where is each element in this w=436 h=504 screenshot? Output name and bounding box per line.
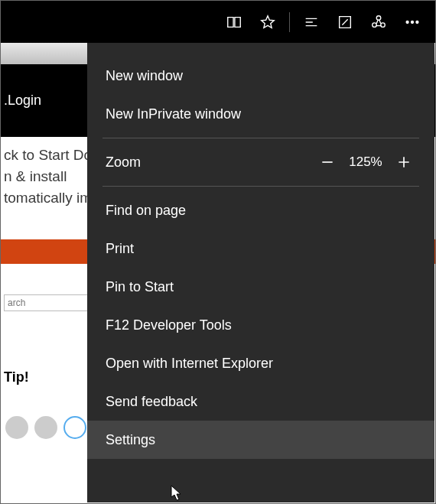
svg-point-5 [416, 21, 418, 23]
zoom-value: 125% [343, 154, 389, 170]
reading-view-icon[interactable] [217, 1, 251, 43]
menu-zoom-row: Zoom 125% [87, 143, 434, 181]
svg-point-3 [406, 21, 408, 23]
menu-f12[interactable]: F12 Developer Tools [87, 306, 434, 344]
web-note-icon[interactable] [328, 1, 362, 43]
search-input[interactable] [4, 294, 88, 311]
zoom-label: Zoom [106, 154, 312, 171]
login-text: .Login [4, 93, 41, 109]
menu-settings[interactable]: Settings [87, 421, 434, 459]
titlebar [1, 1, 435, 43]
svg-point-4 [412, 21, 414, 23]
svg-point-2 [381, 22, 386, 26]
menu-feedback[interactable]: Send feedback [87, 382, 434, 421]
more-icon[interactable] [395, 1, 429, 43]
share-icon[interactable] [362, 1, 395, 43]
twitter-icon[interactable] [34, 416, 57, 439]
menu-divider [102, 138, 419, 138]
zoom-in-button[interactable] [389, 147, 419, 177]
menu-new-window[interactable]: New window [87, 57, 434, 95]
favorite-star-icon[interactable] [251, 1, 285, 43]
menu-print[interactable]: Print [87, 229, 434, 268]
svg-point-0 [376, 15, 381, 20]
toolbar-divider [289, 12, 290, 32]
menu-pin[interactable]: Pin to Start [87, 268, 434, 306]
linkedin-icon[interactable]: in [63, 416, 86, 439]
menu-find[interactable]: Find on page [87, 191, 434, 229]
menu-divider [102, 186, 419, 187]
menu-new-inprivate[interactable]: New InPrivate window [87, 95, 434, 133]
more-menu: New window New InPrivate window Zoom 125… [87, 43, 434, 502]
svg-point-1 [373, 22, 377, 26]
facebook-icon[interactable] [5, 416, 28, 439]
menu-open-ie[interactable]: Open with Internet Explorer [87, 344, 434, 382]
hub-icon[interactable] [294, 1, 328, 43]
zoom-out-button[interactable] [312, 147, 343, 177]
